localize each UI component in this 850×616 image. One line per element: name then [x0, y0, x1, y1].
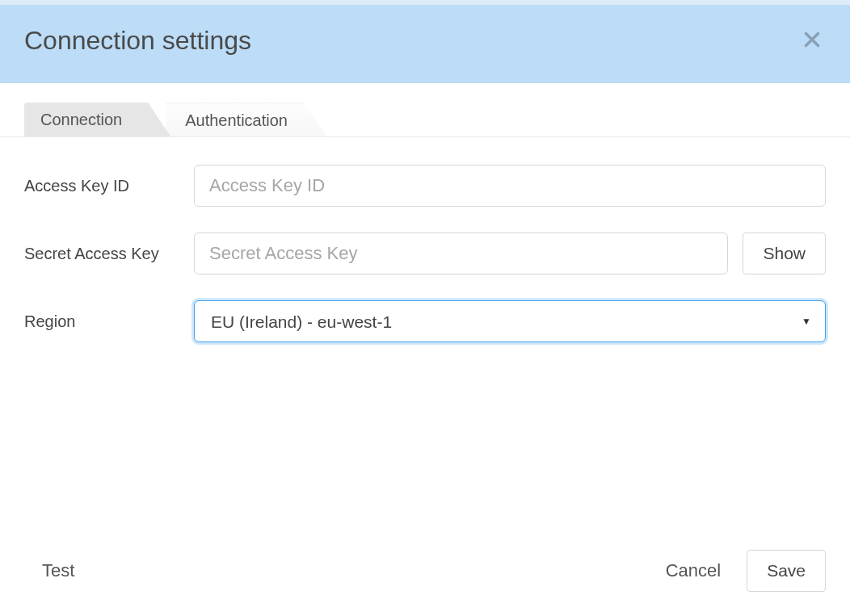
secret-access-key-label: Secret Access Key	[24, 245, 194, 263]
close-button[interactable]	[798, 26, 826, 56]
close-icon	[802, 29, 823, 52]
secret-access-key-input[interactable]	[194, 233, 728, 274]
row-secret-access-key: Secret Access Key Show	[24, 233, 826, 274]
dialog-content: Access Key ID Secret Access Key Show Reg…	[0, 137, 850, 550]
test-button[interactable]: Test	[39, 555, 78, 586]
connection-settings-dialog: Connection settings Connection Authentic…	[0, 0, 850, 616]
row-access-key-id: Access Key ID	[24, 165, 826, 207]
dialog-header: Connection settings	[0, 5, 850, 83]
dialog-footer: Test Cancel Save	[0, 550, 850, 616]
dialog-title: Connection settings	[24, 26, 251, 56]
cancel-button[interactable]: Cancel	[663, 555, 724, 586]
tab-label: Connection	[40, 111, 122, 128]
access-key-id-label: Access Key ID	[24, 177, 194, 195]
row-region: Region EU (Ireland) - eu-west-1 ▼	[24, 300, 826, 342]
region-select[interactable]: EU (Ireland) - eu-west-1	[194, 300, 826, 342]
show-secret-button[interactable]: Show	[743, 233, 826, 274]
region-label: Region	[24, 312, 194, 331]
tab-connection[interactable]: Connection	[24, 103, 170, 136]
tab-authentication[interactable]: Authentication	[166, 103, 326, 136]
tab-label: Authentication	[185, 111, 288, 129]
save-button[interactable]: Save	[747, 550, 826, 592]
tabs: Connection Authentication	[0, 83, 850, 137]
access-key-id-input[interactable]	[194, 165, 826, 207]
